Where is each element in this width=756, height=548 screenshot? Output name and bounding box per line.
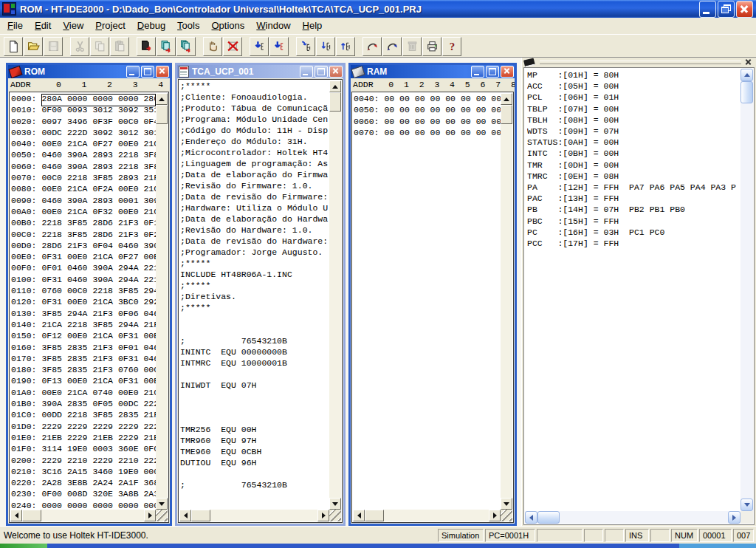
- scroll-right-icon[interactable]: [728, 511, 740, 524]
- scroll-thumb[interactable]: [365, 510, 384, 521]
- source-code-line: ;Código do Módulo: 11H - Disp: [180, 125, 329, 136]
- scroll-left-icon[interactable]: [353, 510, 365, 521]
- rom-close-button[interactable]: [156, 66, 169, 78]
- rom-content[interactable]: 0000: 280A 0000 0000 0000 280.0010: 0F00…: [9, 92, 169, 523]
- register-content[interactable]: MP :[01H] = 80HACC :[05H] = 00HPCL :[06H…: [523, 67, 755, 525]
- scroll-left-icon[interactable]: [525, 511, 537, 524]
- ram-close-button[interactable]: [501, 66, 514, 78]
- save-file-button[interactable]: [44, 37, 63, 56]
- menu-item[interactable]: Options: [205, 18, 250, 33]
- panel-horizontal-scrollbar[interactable]: [525, 511, 740, 524]
- menu-item[interactable]: Edit: [29, 18, 57, 33]
- ram-header: ADDR 0 1 2 3 4 5 6 7 8: [351, 78, 515, 91]
- minimize-button[interactable]: [699, 1, 716, 18]
- scroll-up-icon[interactable]: [156, 93, 168, 105]
- source-horizontal-scrollbar[interactable]: [179, 510, 329, 521]
- status-message: Welcome to use Holtek HT-IDE3000.: [0, 530, 436, 541]
- source-code-line: ;Revisão do Hardware: 1.0.: [180, 225, 329, 236]
- cut-button[interactable]: [70, 37, 89, 56]
- scroll-down-icon[interactable]: [740, 499, 753, 511]
- download-to-ice-button[interactable]: [269, 37, 289, 56]
- scroll-thumb[interactable]: [329, 92, 341, 112]
- ram-minimize-button[interactable]: [471, 66, 484, 78]
- step-into-button[interactable]: [296, 37, 315, 56]
- source-close-button[interactable]: [329, 66, 343, 78]
- panel-header[interactable]: [522, 58, 756, 67]
- close-button[interactable]: [736, 1, 753, 18]
- scroll-left-icon[interactable]: [179, 510, 191, 521]
- menu-item[interactable]: Debug: [131, 18, 171, 33]
- go-reset-button[interactable]: [382, 37, 402, 56]
- panel-vertical-scrollbar[interactable]: [740, 69, 753, 511]
- source-vertical-scrollbar[interactable]: [329, 81, 341, 510]
- resize-grip[interactable]: [501, 510, 512, 521]
- download-button[interactable]: [250, 37, 269, 56]
- menu-item[interactable]: Project: [89, 18, 131, 33]
- rom-vertical-scrollbar[interactable]: [156, 93, 168, 510]
- paste-button[interactable]: [110, 37, 129, 56]
- ram-content[interactable]: 0040: 00 00 00 00 00 00 00 000050: 00 00…: [351, 92, 514, 523]
- source-titlebar[interactable]: TCA_UCP_001: [177, 65, 343, 78]
- register-line: PCC :[17H] = FFH: [527, 238, 740, 249]
- menu-item[interactable]: File: [1, 18, 29, 33]
- source-content[interactable]: ;*****;Cliente: Fonoaudiologia.;Produto:…: [178, 79, 343, 523]
- stop-hand-button[interactable]: [203, 37, 222, 56]
- scroll-thumb[interactable]: [740, 81, 753, 103]
- scroll-thumb[interactable]: [156, 105, 168, 124]
- menu-item[interactable]: View: [57, 18, 89, 33]
- rom-hex-row: 0100: 0F31 0460 390A 294A 221: [11, 274, 156, 285]
- help-button[interactable]: ?: [442, 37, 461, 56]
- scroll-thumb[interactable]: [537, 511, 560, 524]
- scroll-down-icon[interactable]: [329, 498, 341, 510]
- scroll-up-icon[interactable]: [329, 81, 341, 92]
- register-line: PB :[14H] = 07H PB2 PB1 PB0: [527, 204, 740, 215]
- menu-item[interactable]: Tools: [171, 18, 205, 33]
- ram-vertical-scrollbar[interactable]: [501, 93, 512, 510]
- scroll-down-icon[interactable]: [501, 498, 512, 510]
- ram-horizontal-scrollbar[interactable]: [353, 510, 501, 521]
- ram-window-icon: [351, 66, 365, 78]
- step-over-button[interactable]: [316, 37, 335, 56]
- rom-maximize-button[interactable]: [141, 66, 154, 78]
- rom-hex-row: 0080: 00E0 21CA 0F2A 00E0 21C.: [11, 183, 156, 194]
- menu-item[interactable]: Window: [250, 18, 296, 33]
- scroll-right-icon[interactable]: [144, 510, 156, 521]
- open-file-button[interactable]: [24, 37, 43, 56]
- copy-button[interactable]: [90, 37, 109, 56]
- print-button[interactable]: [422, 37, 441, 56]
- new-file-button[interactable]: [4, 37, 23, 56]
- scroll-right-icon[interactable]: [489, 510, 501, 521]
- trash-button[interactable]: [402, 37, 422, 56]
- ram-titlebar[interactable]: RAM: [351, 65, 515, 78]
- source-code-line: TME960 EQU 0CBH ;: [180, 446, 329, 457]
- step-out-button[interactable]: [336, 37, 355, 56]
- scroll-down-icon[interactable]: [156, 498, 168, 510]
- source-minimize-button[interactable]: [300, 66, 313, 78]
- menu-item[interactable]: Help: [297, 18, 329, 33]
- scroll-thumb[interactable]: [22, 510, 41, 521]
- rom-minimize-button[interactable]: [126, 66, 140, 78]
- resize-grip[interactable]: [156, 510, 168, 521]
- panel-close-button[interactable]: [744, 58, 753, 66]
- rebuild-all-button[interactable]: [176, 37, 196, 56]
- stop-debug-button[interactable]: [223, 37, 242, 56]
- rom-horizontal-scrollbar[interactable]: [10, 510, 156, 521]
- source-code-line: ; 76543210B: [180, 335, 329, 346]
- resize-grip[interactable]: [329, 510, 341, 521]
- rom-titlebar[interactable]: ROM: [8, 65, 170, 78]
- scroll-up-icon[interactable]: [740, 69, 753, 81]
- ram-maximize-button[interactable]: [486, 66, 499, 78]
- compile-button[interactable]: [137, 37, 156, 56]
- scroll-thumb[interactable]: [191, 510, 210, 521]
- scroll-left-icon[interactable]: [10, 510, 22, 521]
- source-code-line: ;: [180, 369, 329, 380]
- panel-grip[interactable]: [540, 61, 741, 64]
- restore-button[interactable]: [718, 1, 735, 18]
- build-button[interactable]: [157, 37, 176, 56]
- scroll-up-icon[interactable]: [501, 93, 512, 105]
- source-maximize-button[interactable]: [315, 66, 328, 78]
- rom-hex-row: 0190: 0F13 00E0 21CA 0F31 00E: [11, 375, 156, 386]
- go-button[interactable]: [362, 37, 382, 56]
- scroll-right-icon[interactable]: [317, 510, 329, 521]
- scroll-thumb[interactable]: [501, 105, 512, 124]
